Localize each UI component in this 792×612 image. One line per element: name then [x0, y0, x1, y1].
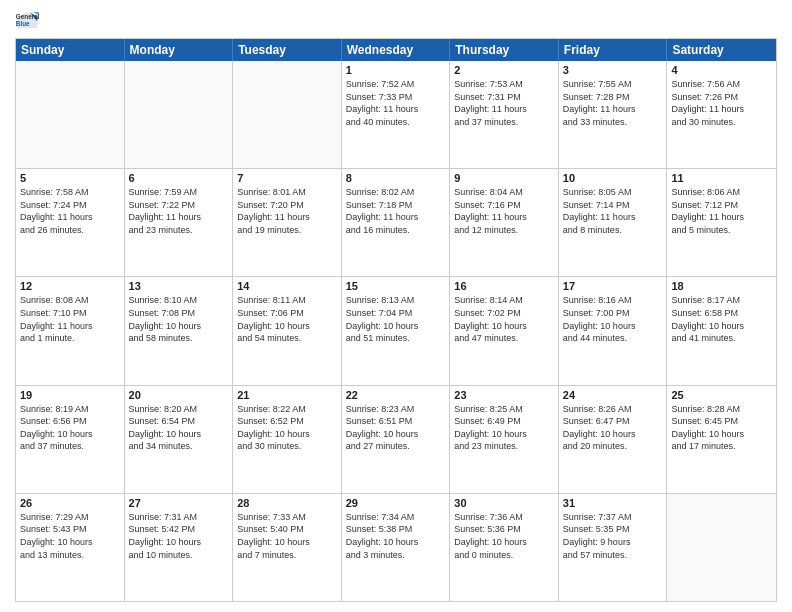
day-number: 20 [129, 389, 229, 401]
day-info: Sunrise: 8:22 AMSunset: 6:52 PMDaylight:… [237, 403, 337, 453]
calendar-cell: 25Sunrise: 8:28 AMSunset: 6:45 PMDayligh… [667, 386, 776, 493]
day-info: Sunrise: 8:01 AMSunset: 7:20 PMDaylight:… [237, 186, 337, 236]
calendar-cell: 17Sunrise: 8:16 AMSunset: 7:00 PMDayligh… [559, 277, 668, 384]
day-info: Sunrise: 8:23 AMSunset: 6:51 PMDaylight:… [346, 403, 446, 453]
day-number: 4 [671, 64, 772, 76]
calendar-cell: 2Sunrise: 7:53 AMSunset: 7:31 PMDaylight… [450, 61, 559, 168]
day-info: Sunrise: 8:10 AMSunset: 7:08 PMDaylight:… [129, 294, 229, 344]
svg-text:Blue: Blue [16, 20, 30, 27]
day-info: Sunrise: 8:19 AMSunset: 6:56 PMDaylight:… [20, 403, 120, 453]
calendar-row: 5Sunrise: 7:58 AMSunset: 7:24 PMDaylight… [16, 168, 776, 276]
day-info: Sunrise: 7:31 AMSunset: 5:42 PMDaylight:… [129, 511, 229, 561]
day-number: 23 [454, 389, 554, 401]
day-number: 24 [563, 389, 663, 401]
day-number: 13 [129, 280, 229, 292]
calendar-cell: 1Sunrise: 7:52 AMSunset: 7:33 PMDaylight… [342, 61, 451, 168]
day-info: Sunrise: 7:55 AMSunset: 7:28 PMDaylight:… [563, 78, 663, 128]
day-number: 27 [129, 497, 229, 509]
day-number: 28 [237, 497, 337, 509]
day-info: Sunrise: 8:17 AMSunset: 6:58 PMDaylight:… [671, 294, 772, 344]
calendar-body: 1Sunrise: 7:52 AMSunset: 7:33 PMDaylight… [16, 61, 776, 601]
calendar-cell: 27Sunrise: 7:31 AMSunset: 5:42 PMDayligh… [125, 494, 234, 601]
day-info: Sunrise: 8:11 AMSunset: 7:06 PMDaylight:… [237, 294, 337, 344]
calendar-cell [667, 494, 776, 601]
header: General Blue [15, 10, 777, 30]
calendar-cell: 4Sunrise: 7:56 AMSunset: 7:26 PMDaylight… [667, 61, 776, 168]
day-info: Sunrise: 8:26 AMSunset: 6:47 PMDaylight:… [563, 403, 663, 453]
calendar-cell: 24Sunrise: 8:26 AMSunset: 6:47 PMDayligh… [559, 386, 668, 493]
weekday-header: Monday [125, 39, 234, 61]
day-number: 6 [129, 172, 229, 184]
weekday-header: Tuesday [233, 39, 342, 61]
day-info: Sunrise: 8:06 AMSunset: 7:12 PMDaylight:… [671, 186, 772, 236]
calendar-cell: 8Sunrise: 8:02 AMSunset: 7:18 PMDaylight… [342, 169, 451, 276]
day-number: 7 [237, 172, 337, 184]
calendar-row: 19Sunrise: 8:19 AMSunset: 6:56 PMDayligh… [16, 385, 776, 493]
calendar-cell: 5Sunrise: 7:58 AMSunset: 7:24 PMDaylight… [16, 169, 125, 276]
calendar-cell: 18Sunrise: 8:17 AMSunset: 6:58 PMDayligh… [667, 277, 776, 384]
calendar-cell: 3Sunrise: 7:55 AMSunset: 7:28 PMDaylight… [559, 61, 668, 168]
day-info: Sunrise: 8:04 AMSunset: 7:16 PMDaylight:… [454, 186, 554, 236]
day-number: 25 [671, 389, 772, 401]
day-number: 29 [346, 497, 446, 509]
day-number: 19 [20, 389, 120, 401]
weekday-header: Thursday [450, 39, 559, 61]
day-info: Sunrise: 7:29 AMSunset: 5:43 PMDaylight:… [20, 511, 120, 561]
calendar-cell: 15Sunrise: 8:13 AMSunset: 7:04 PMDayligh… [342, 277, 451, 384]
day-info: Sunrise: 8:02 AMSunset: 7:18 PMDaylight:… [346, 186, 446, 236]
weekday-header: Sunday [16, 39, 125, 61]
calendar-cell: 20Sunrise: 8:20 AMSunset: 6:54 PMDayligh… [125, 386, 234, 493]
day-info: Sunrise: 7:58 AMSunset: 7:24 PMDaylight:… [20, 186, 120, 236]
calendar-cell: 31Sunrise: 7:37 AMSunset: 5:35 PMDayligh… [559, 494, 668, 601]
page-container: General Blue SundayMondayTuesdayWednesda… [0, 0, 792, 612]
calendar-cell: 26Sunrise: 7:29 AMSunset: 5:43 PMDayligh… [16, 494, 125, 601]
calendar-cell [125, 61, 234, 168]
day-info: Sunrise: 8:08 AMSunset: 7:10 PMDaylight:… [20, 294, 120, 344]
calendar-cell: 29Sunrise: 7:34 AMSunset: 5:38 PMDayligh… [342, 494, 451, 601]
day-number: 16 [454, 280, 554, 292]
day-number: 9 [454, 172, 554, 184]
calendar-cell: 9Sunrise: 8:04 AMSunset: 7:16 PMDaylight… [450, 169, 559, 276]
weekday-header: Wednesday [342, 39, 451, 61]
day-number: 17 [563, 280, 663, 292]
calendar-cell [16, 61, 125, 168]
weekday-header: Friday [559, 39, 668, 61]
day-info: Sunrise: 7:56 AMSunset: 7:26 PMDaylight:… [671, 78, 772, 128]
calendar-cell: 21Sunrise: 8:22 AMSunset: 6:52 PMDayligh… [233, 386, 342, 493]
day-info: Sunrise: 7:52 AMSunset: 7:33 PMDaylight:… [346, 78, 446, 128]
day-number: 26 [20, 497, 120, 509]
weekday-header: Saturday [667, 39, 776, 61]
day-info: Sunrise: 8:05 AMSunset: 7:14 PMDaylight:… [563, 186, 663, 236]
day-info: Sunrise: 8:20 AMSunset: 6:54 PMDaylight:… [129, 403, 229, 453]
day-number: 15 [346, 280, 446, 292]
calendar-cell: 6Sunrise: 7:59 AMSunset: 7:22 PMDaylight… [125, 169, 234, 276]
calendar-cell: 30Sunrise: 7:36 AMSunset: 5:36 PMDayligh… [450, 494, 559, 601]
day-info: Sunrise: 7:36 AMSunset: 5:36 PMDaylight:… [454, 511, 554, 561]
day-info: Sunrise: 7:37 AMSunset: 5:35 PMDaylight:… [563, 511, 663, 561]
calendar-row: 1Sunrise: 7:52 AMSunset: 7:33 PMDaylight… [16, 61, 776, 168]
day-info: Sunrise: 7:53 AMSunset: 7:31 PMDaylight:… [454, 78, 554, 128]
day-info: Sunrise: 8:13 AMSunset: 7:04 PMDaylight:… [346, 294, 446, 344]
day-number: 22 [346, 389, 446, 401]
calendar-cell: 28Sunrise: 7:33 AMSunset: 5:40 PMDayligh… [233, 494, 342, 601]
day-info: Sunrise: 8:28 AMSunset: 6:45 PMDaylight:… [671, 403, 772, 453]
logo-icon: General Blue [15, 10, 39, 30]
day-number: 18 [671, 280, 772, 292]
day-info: Sunrise: 7:33 AMSunset: 5:40 PMDaylight:… [237, 511, 337, 561]
day-number: 30 [454, 497, 554, 509]
calendar: SundayMondayTuesdayWednesdayThursdayFrid… [15, 38, 777, 602]
calendar-row: 26Sunrise: 7:29 AMSunset: 5:43 PMDayligh… [16, 493, 776, 601]
calendar-cell: 16Sunrise: 8:14 AMSunset: 7:02 PMDayligh… [450, 277, 559, 384]
day-number: 14 [237, 280, 337, 292]
calendar-cell: 10Sunrise: 8:05 AMSunset: 7:14 PMDayligh… [559, 169, 668, 276]
calendar-cell: 14Sunrise: 8:11 AMSunset: 7:06 PMDayligh… [233, 277, 342, 384]
day-number: 12 [20, 280, 120, 292]
day-number: 3 [563, 64, 663, 76]
day-number: 31 [563, 497, 663, 509]
day-info: Sunrise: 8:14 AMSunset: 7:02 PMDaylight:… [454, 294, 554, 344]
day-number: 21 [237, 389, 337, 401]
day-info: Sunrise: 8:16 AMSunset: 7:00 PMDaylight:… [563, 294, 663, 344]
day-info: Sunrise: 8:25 AMSunset: 6:49 PMDaylight:… [454, 403, 554, 453]
calendar-header: SundayMondayTuesdayWednesdayThursdayFrid… [16, 39, 776, 61]
day-number: 2 [454, 64, 554, 76]
